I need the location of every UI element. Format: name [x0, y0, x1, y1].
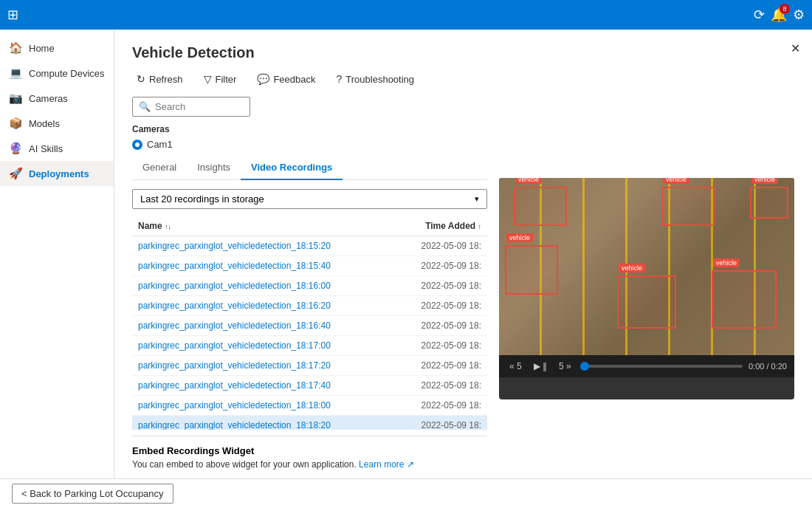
sidebar-item-home[interactable]: 🏠 Home [0, 35, 114, 61]
filter-icon: ▽ [204, 73, 212, 85]
sidebar-item-deployments[interactable]: 🚀 Deployments [0, 161, 114, 186]
recording-time: 2022-05-09 18: [422, 420, 481, 430]
table-row[interactable]: parkingrec_parxinglot_vehicledetection_1… [132, 316, 487, 336]
recording-name[interactable]: parkingrec_parxinglot_vehicledetection_1… [138, 261, 422, 271]
feedback-button[interactable]: 💬 Feedback [252, 70, 320, 88]
col-time: Time Added ↑ [425, 221, 481, 231]
search-icon: 🔍 [139, 101, 151, 112]
close-button[interactable]: ✕ [791, 41, 800, 55]
feedback-icon: 💬 [257, 73, 269, 85]
forward-5-button[interactable]: 5 » [556, 360, 574, 373]
table-row[interactable]: parkingrec_parxinglot_vehicledetection_1… [132, 356, 487, 376]
page-header: Vehicle Detection ↻ Refresh ▽ Filter 💬 F… [114, 30, 812, 97]
sidebar-item-cameras-label: Cameras [29, 93, 68, 104]
recording-name[interactable]: parkingrec_parxinglot_vehicledetection_1… [138, 420, 422, 430]
grid-icon[interactable]: ⊞ [7, 7, 18, 23]
dropdown-row: Last 20 recordings in storage ▾ [132, 189, 487, 209]
time-sort-icon[interactable]: ↑ [478, 223, 482, 230]
troubleshooting-label: Troubleshooting [345, 74, 414, 85]
notification-icon[interactable]: 🔔 8 [771, 7, 787, 23]
filter-button[interactable]: ▽ Filter [199, 70, 241, 88]
recordings-dropdown[interactable]: Last 20 recordings in storage ▾ [132, 189, 487, 209]
table-row[interactable]: parkingrec_parxinglot_vehicledetection_1… [132, 396, 487, 416]
recording-name[interactable]: parkingrec_parxinglot_vehicledetection_1… [138, 360, 422, 371]
tab-insights[interactable]: Insights [187, 156, 241, 180]
share-icon[interactable]: ⟳ [754, 7, 765, 23]
cameras-section: Cameras Cam1 [114, 124, 812, 150]
feedback-label: Feedback [273, 74, 315, 85]
vehicle-box-6: vehicle [712, 270, 777, 329]
top-bar: ⊞ ⟳ 🔔 8 ⚙ [0, 0, 812, 30]
camera-item-cam1[interactable]: Cam1 [132, 139, 794, 150]
recordings-table: Name ↑↓ Time Added ↑ parkingrec_parxingl… [132, 216, 487, 430]
sidebar-item-compute-devices[interactable]: 💻 Compute Devices [0, 61, 114, 86]
content-area: ✕ Vehicle Detection ↻ Refresh ▽ Filter 💬… [114, 30, 812, 478]
sidebar-item-ai-skills[interactable]: 🔮 AI Skills [0, 136, 114, 161]
help-icon: ? [337, 73, 343, 85]
tab-video-recordings[interactable]: Video Recordings [241, 156, 343, 180]
refresh-label: Refresh [149, 74, 183, 85]
recording-time: 2022-05-09 18: [422, 241, 481, 251]
sidebar-item-models-label: Models [29, 118, 60, 129]
table-row[interactable]: parkingrec_parxinglot_vehicledetection_1… [132, 276, 487, 296]
table-row[interactable]: parkingrec_parxinglot_vehicledetection_1… [132, 236, 487, 256]
sort-icon[interactable]: ↑↓ [165, 223, 171, 230]
refresh-icon: ↻ [137, 73, 145, 85]
table-row[interactable]: parkingrec_parxinglot_vehicledetection_1… [132, 376, 487, 396]
recording-name[interactable]: parkingrec_parxinglot_vehicledetection_1… [138, 241, 422, 251]
sidebar-item-home-label: Home [29, 43, 55, 54]
rewind-5-button[interactable]: « 5 [506, 360, 525, 373]
sidebar-item-deployments-label: Deployments [29, 168, 89, 179]
recording-time: 2022-05-09 18: [422, 281, 481, 291]
vehicle-label-6: vehicle [713, 258, 740, 267]
recording-time: 2022-05-09 18: [422, 400, 481, 411]
search-input[interactable] [155, 101, 244, 112]
recording-time: 2022-05-09 18: [422, 380, 481, 391]
sidebar-item-ai-label: AI Skills [29, 143, 63, 154]
video-preview[interactable]: vehicle vehicle vehicle vehicle [499, 178, 794, 355]
col-name: Name ↑↓ [138, 221, 425, 231]
radio-cam1[interactable] [132, 140, 142, 150]
notification-badge: 8 [780, 4, 790, 14]
tab-general[interactable]: General [132, 156, 187, 180]
vehicle-box-4: vehicle [505, 245, 558, 295]
table-body: parkingrec_parxinglot_vehicledetection_1… [132, 236, 487, 430]
embed-title: Embed Recordings Widget [132, 445, 487, 456]
sidebar-item-cameras[interactable]: 📷 Cameras [0, 86, 114, 111]
compute-icon: 💻 [9, 66, 23, 80]
table-row[interactable]: parkingrec_parxinglot_vehicledetection_1… [132, 416, 487, 430]
dropdown-label: Last 20 recordings in storage [140, 193, 264, 205]
refresh-button[interactable]: ↻ Refresh [132, 70, 187, 88]
sidebar-item-models[interactable]: 📦 Models [0, 111, 114, 136]
search-container: 🔍 [114, 97, 812, 117]
recording-time: 2022-05-09 18: [422, 261, 481, 271]
learn-more-link[interactable]: Learn more ↗ [359, 459, 414, 470]
deployments-icon: 🚀 [9, 167, 23, 180]
parking-bg: vehicle vehicle vehicle vehicle [499, 178, 794, 355]
sidebar-item-compute-label: Compute Devices [29, 68, 105, 79]
progress-bar[interactable] [580, 365, 743, 368]
video-container: vehicle vehicle vehicle vehicle [499, 178, 794, 399]
models-icon: 📦 [9, 117, 23, 130]
recording-name[interactable]: parkingrec_parxinglot_vehicledetection_1… [138, 380, 422, 391]
recording-name[interactable]: parkingrec_parxinglot_vehicledetection_1… [138, 340, 422, 351]
recording-name[interactable]: parkingrec_parxinglot_vehicledetection_1… [138, 301, 422, 311]
vehicle-box-2: vehicle [661, 187, 715, 226]
table-row[interactable]: parkingrec_parxinglot_vehicledetection_1… [132, 336, 487, 356]
troubleshooting-button[interactable]: ? Troubleshooting [332, 70, 419, 88]
camera-icon: 📷 [9, 92, 23, 105]
table-row[interactable]: parkingrec_parxinglot_vehicledetection_1… [132, 256, 487, 276]
play-pause-button[interactable]: ▶ ‖ [531, 360, 550, 373]
vehicle-label-5: vehicle [619, 264, 645, 272]
recording-name[interactable]: parkingrec_parxinglot_vehicledetection_1… [138, 320, 422, 331]
table-row[interactable]: parkingrec_parxinglot_vehicledetection_1… [132, 296, 487, 316]
sidebar: 🏠 Home 💻 Compute Devices 📷 Cameras 📦 Mod… [0, 30, 114, 478]
back-button[interactable]: < Back to Parking Lot Occupancy [12, 484, 173, 504]
recording-name[interactable]: parkingrec_parxinglot_vehicledetection_1… [138, 400, 422, 411]
settings-icon[interactable]: ⚙ [793, 7, 805, 23]
recording-name[interactable]: parkingrec_parxinglot_vehicledetection_1… [138, 281, 422, 291]
recording-time: 2022-05-09 18: [422, 320, 481, 331]
back-label: < Back to Parking Lot Occupancy [21, 488, 164, 499]
tabs: General Insights Video Recordings [132, 156, 487, 180]
page-title: Vehicle Detection [132, 44, 794, 61]
